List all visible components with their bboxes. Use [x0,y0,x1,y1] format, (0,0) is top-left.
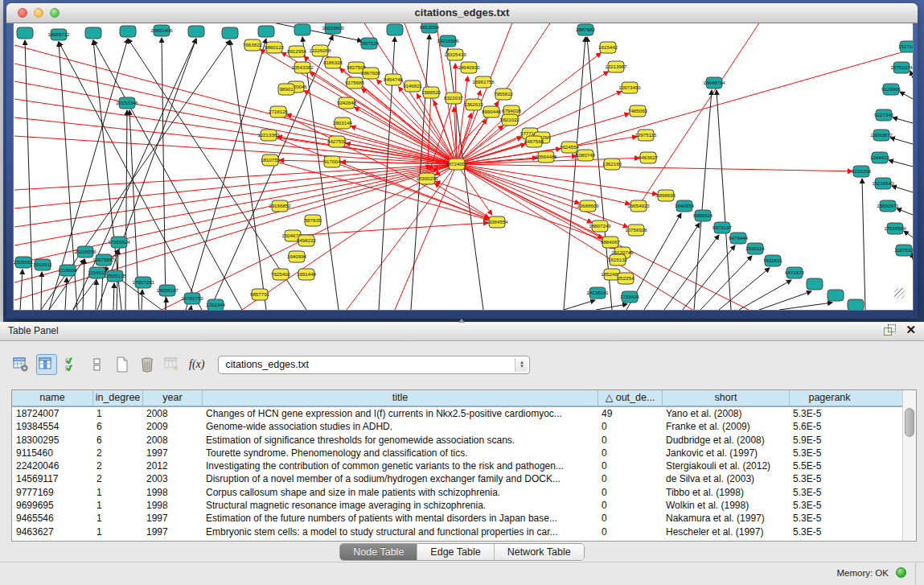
close-panel-icon[interactable]: ✕ [906,324,916,336]
column-header-name[interactable]: name [12,390,92,406]
network-edge [65,278,67,310]
show-columns-button[interactable] [36,354,57,375]
network-node[interactable] [258,26,274,37]
table-row[interactable]: 977716911998Corpus callosum shape and si… [12,486,916,499]
node-label: 2887682 [576,27,596,32]
panel-splitter-handle[interactable] [458,319,465,323]
node-label: 8958924 [693,212,713,218]
network-edge [20,270,23,310]
node-label: 1615132 [608,257,628,262]
node-label: 1640994 [287,253,307,259]
node-label: 17957253 [132,279,154,285]
node-label: 917004 [324,159,341,164]
select-columns-button[interactable] [63,355,82,374]
tab-edge-table[interactable]: Edge Table [417,544,493,560]
table-cell: Estimation of the future numbers of pati… [202,512,598,525]
delete-table-button[interactable] [138,355,157,374]
table-row[interactable]: 1830029562008Estimation of significance … [12,434,916,447]
node-label: 18640910 [458,64,480,70]
table-row[interactable]: 946554611997Estimation of the future num… [12,512,916,525]
memory-status-label: Memory: OK [836,568,889,578]
table-cell: Changes of HCN gene expression and I(f) … [202,407,598,420]
node-label: 587835 [305,217,322,223]
delete-columns-button[interactable] [162,355,182,374]
tab-node-table[interactable]: Node Table [340,544,417,560]
table-cell: 1 [92,407,142,420]
network-edge [862,179,865,310]
network-node[interactable] [17,27,33,39]
table-row[interactable]: 946362711997Embryonic stem cells: a mode… [12,525,916,538]
network-node[interactable] [120,26,136,37]
node-label: 7857224 [359,40,380,46]
table-selector-dropdown[interactable]: citations_edges.txt ▲▼ [218,356,530,374]
table-row[interactable]: 911546021997Tourette syndrome. Phenomeno… [12,447,916,459]
float-panel-icon[interactable] [884,324,896,336]
table-row[interactable]: 1938455462009Genome-wide association stu… [12,420,916,433]
network-node[interactable] [188,26,204,37]
table-cell: Jankovic et al. (1997) [662,447,789,459]
node-label: 3919911 [33,262,52,267]
node-label: 19958187 [156,287,179,293]
node-label: 252254 [618,275,634,281]
network-node[interactable] [387,24,403,35]
node-label: 8454749 [384,76,404,82]
tab-network-table[interactable]: Network Table [494,544,584,560]
node-label: 6497568 [524,138,544,144]
column-header-year[interactable]: year [142,390,202,406]
column-header-short[interactable]: short [662,390,789,406]
resize-grip-icon[interactable] [894,288,905,299]
network-view-window: citations_edges.txt 14055712208914061603… [6,3,918,319]
network-node[interactable] [294,24,310,35]
column-header-pagerank[interactable]: pagerank [789,390,869,406]
create-table-button[interactable] [113,355,132,374]
table-cell: 9777169 [12,486,92,499]
table-cell: 5.3E-5 [789,486,869,499]
table-cell: 5.3E-5 [789,447,869,459]
table-cell: 1 [92,486,142,499]
function-builder-button[interactable]: f(x) [189,358,204,371]
network-canvas[interactable]: 1405571220891406160338097857224881305419… [13,23,914,311]
column-header-out_de[interactable]: △ out_de... [598,390,662,406]
network-node[interactable] [807,278,823,290]
column-header-in_degree[interactable]: in_degree [92,390,142,406]
network-edge [125,110,127,310]
node-label: 18325419 [444,51,466,57]
network-edge [113,283,114,310]
node-label: 19384554 [486,219,508,225]
table-row[interactable]: 1456911722003Disruption of a novel membe… [12,472,916,485]
network-node[interactable] [85,27,101,39]
node-label: 7485063 [628,108,648,113]
memory-status-indicator[interactable] [896,567,906,578]
table-row[interactable]: 1872400712008Changes of HCN gene express… [12,407,916,420]
table-cell: Embryonic stem cells: a model to study s… [202,525,598,538]
table-row[interactable]: 969969511998Structural magnetic resonanc… [12,499,916,512]
network-node[interactable] [222,27,238,39]
scrollbar-thumb[interactable] [905,408,914,437]
table-cell: 5.5E-5 [789,459,869,472]
table-cell: 1998 [142,499,202,512]
network-edge [890,138,913,144]
window-titlebar[interactable]: citations_edges.txt [6,3,918,23]
table-cell: 9115460 [12,447,92,459]
node-label: 12975115 [634,132,657,138]
network-edge [910,71,913,78]
node-label: 20891406 [150,27,173,33]
row-options-button[interactable] [88,355,107,374]
node-label: 2935114 [745,245,765,251]
node-label: 1517107 [898,43,913,49]
node-table: namein_degreeyeartitle△ out_de...shortpa… [11,389,917,542]
network-edge [457,164,692,310]
table-cell: 5.3E-5 [789,525,869,538]
network-node[interactable] [827,290,844,301]
vertical-scrollbar[interactable] [902,390,916,541]
node-label: 1588520 [421,89,441,95]
network-node[interactable] [848,299,864,310]
node-label: 12093872 [870,132,893,138]
node-label: 2803144 [333,120,353,126]
table-cell: 2 [92,459,142,472]
table-row[interactable]: 2242004622012Investigating the contribut… [12,459,916,472]
column-header-title[interactable]: title [202,390,598,406]
table-settings-button[interactable] [11,355,31,374]
node-label: 9463627 [639,154,659,160]
node-label: 19218586 [437,38,459,43]
